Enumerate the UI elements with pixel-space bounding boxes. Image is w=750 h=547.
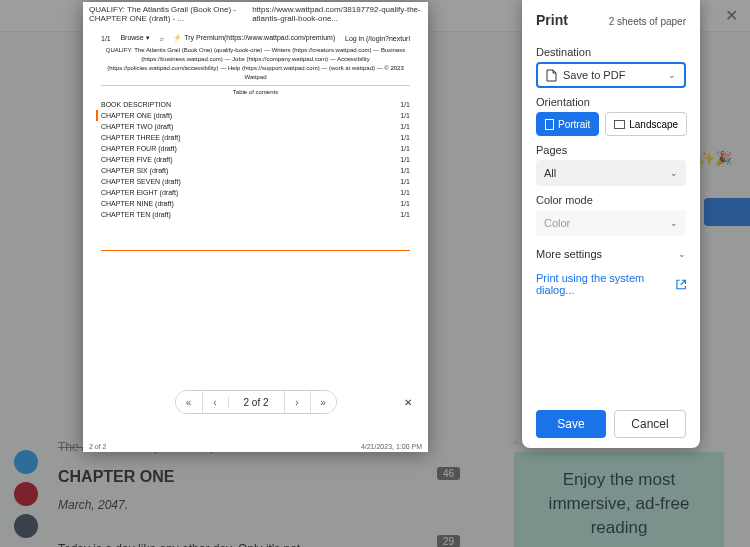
toc-num: 1/1 (400, 178, 410, 185)
toc-label: CHAPTER FOUR (draft) (101, 145, 177, 152)
chevron-down-icon: ⌄ (670, 168, 678, 178)
toc-row: CHAPTER TEN (draft)1/1 (101, 209, 410, 220)
chevron-down-icon: ⌄ (668, 70, 676, 80)
toc-label: CHAPTER TEN (draft) (101, 211, 171, 218)
color-mode-select: Color ⌄ (536, 210, 686, 236)
toc-num: 1/1 (400, 134, 410, 141)
panel-title: Print (536, 12, 568, 28)
toc-num: 1/1 (400, 123, 410, 130)
toc-num: 1/1 (400, 200, 410, 207)
toc-num: 1/1 (400, 101, 410, 108)
pdf-icon (546, 69, 557, 82)
preview-footer: 2 of 2 4/21/2023, 1:00 PM (89, 443, 422, 450)
toc-label: CHAPTER TWO (draft) (101, 123, 173, 130)
toc-row: CHAPTER SIX (draft)1/1 (101, 165, 410, 176)
landscape-button[interactable]: Landscape (605, 112, 687, 136)
toc-num: 1/1 (400, 145, 410, 152)
toc-row: CHAPTER SEVEN (draft)1/1 (101, 176, 410, 187)
page-navigator: « ‹ 2 of 2 › » (175, 390, 337, 414)
print-panel: ◢ Print 2 sheets of paper Destination Sa… (522, 0, 700, 448)
more-settings-toggle[interactable]: More settings ⌄ (536, 248, 686, 260)
page-indicator-text: 2 of 2 (228, 397, 284, 408)
toc-heading: Table of contents (101, 89, 410, 95)
login-text: Log in (/login?nexturl (345, 35, 410, 42)
toc-row: CHAPTER EIGHT (draft)1/1 (101, 187, 410, 198)
pages-select[interactable]: All ⌄ (536, 160, 686, 186)
toc-list: BOOK DESCRIPTION1/1CHAPTER ONE (draft)1/… (101, 99, 410, 220)
doc-title: QUALIFY: The Atlantis Grail (Book One) -… (89, 5, 252, 23)
orientation-toggle: Portrait Landscape (536, 112, 686, 136)
print-preview: QUALIFY: The Atlantis Grail (Book One) -… (83, 2, 428, 452)
orange-divider (101, 250, 410, 251)
toc-row: CHAPTER ONE (draft)1/1 (96, 110, 410, 121)
first-page-button[interactable]: « (176, 391, 202, 413)
portrait-icon (545, 119, 554, 130)
destination-label: Destination (536, 46, 686, 58)
toc-row: CHAPTER FIVE (draft)1/1 (101, 154, 410, 165)
preview-header: QUALIFY: The Atlantis Grail (Book One) -… (83, 2, 428, 26)
prev-page-button[interactable]: ‹ (202, 391, 228, 413)
preview-body: 1/1 Browse ▾ ⌕ ⚡ Try Premium(https://www… (83, 26, 428, 426)
sheet-count: 2 sheets of paper (609, 16, 686, 27)
search-icon: ⌕ (160, 35, 164, 42)
svg-rect-0 (546, 119, 554, 129)
toc-label: CHAPTER NINE (draft) (101, 200, 174, 207)
toc-num: 1/1 (400, 156, 410, 163)
close-preview-icon[interactable]: ✕ (404, 397, 412, 408)
toc-row: CHAPTER FOUR (draft)1/1 (101, 143, 410, 154)
page-indicator: 1/1 (101, 35, 111, 42)
toc-label: CHAPTER SEVEN (draft) (101, 178, 181, 185)
color-mode-label: Color mode (536, 194, 686, 206)
toc-num: 1/1 (400, 112, 410, 119)
footer-date: 4/21/2023, 1:00 PM (361, 443, 422, 450)
pages-value: All (544, 167, 556, 179)
next-page-button[interactable]: › (284, 391, 310, 413)
portrait-button[interactable]: Portrait (536, 112, 599, 136)
orientation-label: Orientation (536, 96, 686, 108)
footer-page: 2 of 2 (89, 443, 107, 450)
toc-row: CHAPTER NINE (draft)1/1 (101, 198, 410, 209)
landscape-icon (614, 120, 625, 129)
toc-num: 1/1 (400, 211, 410, 218)
svg-rect-1 (615, 120, 625, 128)
last-page-button[interactable]: » (310, 391, 336, 413)
external-link-icon (676, 279, 686, 290)
chevron-down-icon: ⌄ (670, 218, 678, 228)
resize-handle-icon[interactable]: ◢ (512, 433, 520, 446)
system-dialog-link[interactable]: Print using the system dialog... (536, 272, 686, 296)
toc-label: CHAPTER FIVE (draft) (101, 156, 173, 163)
toc-num: 1/1 (400, 189, 410, 196)
toc-label: BOOK DESCRIPTION (101, 101, 171, 108)
browse-link: Browse ▾ (120, 34, 149, 42)
toc-row: CHAPTER THREE (draft)1/1 (101, 132, 410, 143)
destination-value: Save to PDF (563, 69, 625, 81)
color-mode-value: Color (544, 217, 570, 229)
toc-label: CHAPTER THREE (draft) (101, 134, 181, 141)
toc-row: CHAPTER TWO (draft)1/1 (101, 121, 410, 132)
doc-url: https://www.wattpad.com/38187792-qualify… (252, 5, 422, 23)
chevron-down-icon: ⌄ (678, 249, 686, 259)
cancel-button[interactable]: Cancel (614, 410, 686, 438)
toc-label: CHAPTER ONE (draft) (101, 112, 172, 119)
preview-links: QUALIFY: The Atlantis Grail (Book One) (… (101, 46, 410, 86)
preview-nav: 1/1 Browse ▾ ⌕ ⚡ Try Premium(https://www… (101, 34, 410, 42)
pages-label: Pages (536, 144, 686, 156)
save-button[interactable]: Save (536, 410, 606, 438)
premium-link: ⚡ Try Premium(https://www.wattpad.com/pr… (173, 34, 335, 42)
toc-label: CHAPTER SIX (draft) (101, 167, 168, 174)
toc-num: 1/1 (400, 167, 410, 174)
toc-label: CHAPTER EIGHT (draft) (101, 189, 178, 196)
destination-select[interactable]: Save to PDF ⌄ (536, 62, 686, 88)
toc-row: BOOK DESCRIPTION1/1 (101, 99, 410, 110)
